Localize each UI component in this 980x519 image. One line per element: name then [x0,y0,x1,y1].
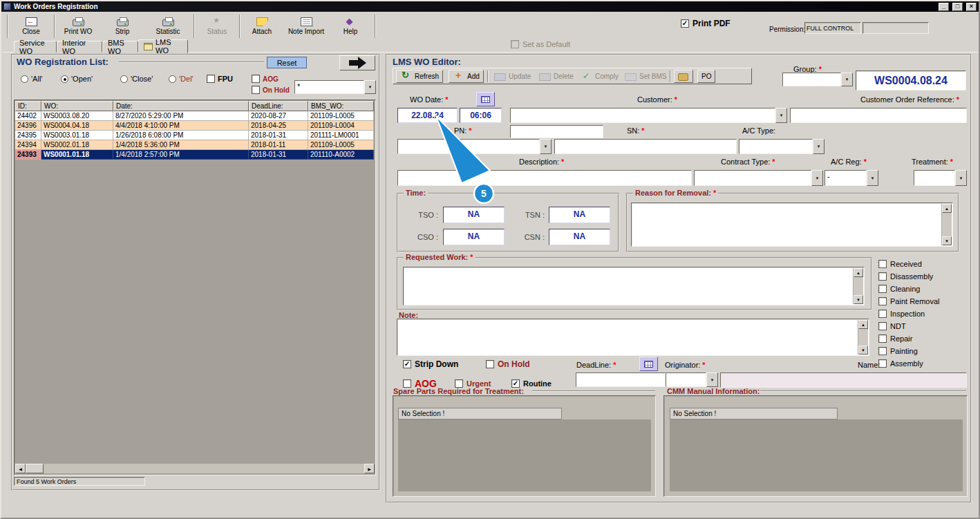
table-cell-wo[interactable]: WS0002.01.18 [41,140,113,150]
vertical-scrollbar[interactable]: ▲ ▼ [858,320,868,355]
strip-down-checkbox-box[interactable] [403,360,411,368]
aog-filter-checkbox[interactable]: AOG [252,75,279,83]
table-cell-date-selected[interactable]: 1/4/2018 2:57:00 PM [113,150,249,160]
stamp-button[interactable] [674,70,693,83]
refresh-button[interactable]: Refresh [396,70,443,83]
scroll-up-arrow-icon[interactable]: ▲ [854,268,863,277]
cleaning-checkbox[interactable]: Cleaning [878,283,968,295]
pn-entry-field[interactable] [510,125,603,138]
chevron-down-icon[interactable] [540,139,552,154]
chevron-down-icon[interactable] [841,73,853,86]
table-cell-bms-wo-selected[interactable]: 201110-A0002 [308,150,374,160]
table-cell-deadline[interactable]: 2020-08-27 [249,111,308,121]
cso-field[interactable]: NA [443,229,505,245]
requested-work-textarea[interactable]: ▲ ▼ [403,267,865,305]
scroll-up-arrow-icon[interactable]: ▲ [858,320,868,329]
scrollbar-thumb[interactable] [26,464,44,473]
attach-button[interactable]: Attach [242,13,282,39]
scroll-down-arrow-icon[interactable]: ▼ [858,346,868,355]
wo-date-field[interactable]: 22.08.24 [397,108,458,123]
ndt-checkbox[interactable]: NDT [878,320,968,332]
ac-reg-combobox[interactable]: - [824,170,878,186]
tab-service-wo[interactable]: Service WO [14,41,57,53]
column-header-deadline[interactable]: DeadLine: [249,101,308,111]
received-checkbox-box[interactable] [878,260,887,268]
csn-field[interactable]: NA [549,229,610,245]
column-header-bms-wo[interactable]: BMS_WO: [308,101,374,111]
table-cell-bms-wo[interactable]: 201109-L0004 [308,121,374,131]
column-header-date[interactable]: Date: [113,101,249,111]
table-cell-bms-wo[interactable]: 201109-L0005 [308,111,374,121]
chevron-down-icon[interactable] [813,139,824,154]
paint-removal-checkbox[interactable]: Paint Removal [878,295,968,308]
chevron-down-icon[interactable] [811,170,823,186]
table-cell-wo-selected[interactable]: WS0001.01.18 [41,150,113,160]
strip-button[interactable]: Strip [102,13,143,39]
customer-order-reference-field[interactable] [790,108,967,123]
print-wo-button[interactable]: Print WO [57,13,100,39]
transfer-arrow-button[interactable] [339,55,375,70]
on-hold-filter-checkbox-box[interactable] [252,86,260,94]
customer-combobox[interactable] [510,108,787,123]
scroll-down-arrow-icon[interactable]: ▼ [942,236,952,245]
table-cell-bms-wo[interactable]: 201111-LM0001 [308,131,374,140]
radio-del[interactable]: 'Del' [169,75,194,83]
radio-all[interactable]: 'All' [21,75,42,83]
pn-combobox[interactable] [397,139,552,154]
table-cell-wo[interactable]: WS0004.04.18 [41,121,113,131]
on-hold-checkbox-box[interactable] [486,360,494,368]
maximize-button[interactable]: □ [952,3,963,11]
disassembly-checkbox-box[interactable] [878,272,887,281]
inspection-checkbox[interactable]: Inspection [878,308,968,320]
table-cell-date[interactable]: 1/26/2018 6:08:00 PM [113,131,249,140]
radio-all-circle[interactable] [21,75,28,83]
close-button[interactable]: Close [10,13,53,39]
table-cell-deadline[interactable]: 2018-01-11 [249,140,308,150]
radio-close[interactable]: 'Close' [120,75,153,83]
table-cell-date[interactable]: 4/4/2018 4:10:00 PM [113,121,249,131]
table-cell-deadline[interactable]: 2018-01-31 [249,131,308,140]
table-cell-deadline-selected[interactable]: 2018-01-31 [249,150,308,160]
wo-filter-combobox[interactable]: * [294,80,376,94]
po-button[interactable]: PO [697,70,715,83]
table-cell-id[interactable]: 24402 [15,111,41,121]
wo-time-field[interactable]: 06:06 [460,108,502,123]
repair-checkbox[interactable]: Repair [878,332,968,345]
table-cell-bms-wo[interactable]: 201109-L0005 [308,140,374,150]
table-cell-id[interactable]: 24395 [15,131,41,140]
help-button[interactable]: Help [330,13,370,39]
radio-open-circle[interactable] [61,75,68,83]
print-pdf-checkbox-box[interactable] [681,19,689,28]
chevron-down-icon[interactable] [955,170,967,186]
group-combobox[interactable] [782,73,853,86]
radio-close-circle[interactable] [120,75,128,83]
sn-field[interactable] [554,139,737,154]
strip-down-checkbox[interactable]: Strip Down [403,359,458,369]
wo-date-calendar-button[interactable] [476,92,495,106]
close-window-button[interactable]: × [966,3,977,11]
reason-for-removal-textarea[interactable]: ▲ ▼ [631,202,953,247]
tsn-field[interactable]: NA [549,207,610,223]
painting-checkbox-box[interactable] [878,347,887,355]
on-hold-filter-checkbox[interactable]: On Hold [252,86,290,94]
note-textarea[interactable]: ▲ ▼ [397,319,869,356]
radio-del-circle[interactable] [169,75,176,83]
table-cell-id-selected[interactable]: 24393 [15,150,41,160]
painting-checkbox[interactable]: Painting [878,345,968,357]
scroll-left-arrow-icon[interactable]: ◀ [15,464,26,473]
radio-open[interactable]: 'Open' [61,75,93,83]
aog-filter-checkbox-box[interactable] [252,75,260,83]
assembly-checkbox[interactable]: Assembly [878,357,968,370]
treatment-combobox[interactable] [914,170,967,186]
tab-interior-wo[interactable]: Interior WO [57,41,102,53]
fpu-checkbox-box[interactable] [207,75,215,83]
table-cell-deadline[interactable]: 2018-04-25 [249,121,308,131]
table-cell-wo[interactable]: WS0003.08.20 [41,111,113,121]
table-cell-date[interactable]: 8/27/2020 5:29:00 PM [113,111,249,121]
tab-lms-wo[interactable]: LMS WO [138,39,188,53]
table-cell-wo[interactable]: WS0003.01.18 [41,131,113,140]
inspection-checkbox-box[interactable] [878,310,887,318]
reset-button[interactable]: Reset [267,57,307,68]
disassembly-checkbox[interactable]: Disassembly [878,270,968,283]
table-cell-date[interactable]: 1/4/2018 5:36:00 PM [113,140,249,150]
